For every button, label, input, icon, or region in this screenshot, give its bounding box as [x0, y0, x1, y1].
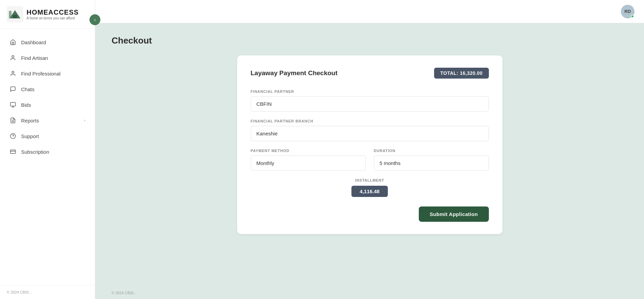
- payment-duration-row: PAYMENT METHOD DURATION: [251, 149, 489, 171]
- card-footer: Submit Application: [251, 206, 489, 222]
- subscription-icon: [10, 148, 16, 155]
- avatar[interactable]: RD: [621, 5, 634, 18]
- financial-partner-branch-input[interactable]: [251, 126, 489, 141]
- sidebar-toggle[interactable]: ‹: [89, 14, 100, 25]
- sidebar-item-reports[interactable]: Reports ›: [0, 113, 95, 128]
- sidebar-item-find-professional[interactable]: Find Professional: [0, 66, 95, 81]
- bids-icon: [10, 101, 16, 108]
- installment-section: INSTALLMENT 4,116.48: [251, 178, 489, 197]
- sidebar-item-find-artisan[interactable]: Find Artisan: [0, 50, 95, 66]
- svg-point-4: [12, 55, 14, 57]
- avatar-initials: RD: [625, 9, 631, 14]
- sidebar-item-find-professional-label: Find Professional: [21, 71, 61, 77]
- person-icon-professional: [10, 70, 16, 77]
- svg-rect-2: [13, 15, 17, 18]
- svg-point-5: [12, 71, 14, 73]
- payment-method-label: PAYMENT METHOD: [251, 149, 366, 153]
- page-footer: © 2024 CBSI...: [95, 287, 644, 299]
- financial-partner-branch-label: FINANCIAL PARTNER BRANCH: [251, 119, 489, 123]
- submit-application-button[interactable]: Submit Application: [419, 206, 489, 222]
- sidebar: HOMEACCESS A home on terms you can affor…: [0, 0, 95, 299]
- sidebar-item-dashboard[interactable]: Dashboard: [0, 34, 95, 50]
- main-area: RD Checkout Layaway Payment Checkout TOT…: [95, 0, 644, 299]
- reports-arrow: ›: [84, 118, 85, 123]
- support-icon: [10, 133, 16, 139]
- svg-rect-3: [9, 11, 12, 18]
- card-title: Layaway Payment Checkout: [251, 69, 338, 77]
- logo-icon: [7, 6, 23, 22]
- svg-rect-6: [11, 102, 16, 106]
- sidebar-item-subscription-label: Subscription: [21, 149, 49, 155]
- checkout-card: Layaway Payment Checkout TOTAL: 16,320.0…: [237, 55, 502, 234]
- financial-partner-group: FINANCIAL PARTNER: [251, 89, 489, 112]
- sidebar-item-reports-label: Reports: [21, 118, 39, 123]
- payment-method-input[interactable]: [251, 155, 366, 171]
- sidebar-item-dashboard-label: Dashboard: [21, 39, 46, 45]
- financial-partner-branch-group: FINANCIAL PARTNER BRANCH: [251, 119, 489, 141]
- sidebar-footer: © 2024 CBSI...: [0, 285, 95, 299]
- topbar: RD: [95, 0, 644, 23]
- person-icon-artisan: [10, 54, 16, 61]
- chat-icon: [10, 86, 16, 93]
- sidebar-item-bids[interactable]: Bids: [0, 97, 95, 113]
- payment-method-group: PAYMENT METHOD: [251, 149, 366, 171]
- avatar-online-dot: [631, 15, 634, 18]
- duration-label: DURATION: [374, 149, 489, 153]
- home-icon: [10, 39, 16, 46]
- brand-title: HOMEACCESS: [27, 9, 79, 16]
- sidebar-item-subscription[interactable]: Subscription: [0, 144, 95, 160]
- financial-partner-input[interactable]: [251, 96, 489, 112]
- duration-input[interactable]: [374, 155, 489, 171]
- page-title: Checkout: [112, 35, 628, 46]
- reports-icon: [10, 117, 16, 124]
- sidebar-item-find-artisan-label: Find Artisan: [21, 55, 48, 61]
- sidebar-item-bids-label: Bids: [21, 102, 31, 108]
- sidebar-item-chats-label: Chats: [21, 86, 34, 92]
- total-badge: TOTAL: 16,320.00: [434, 68, 489, 79]
- installment-value: 4,116.48: [351, 186, 387, 197]
- financial-partner-label: FINANCIAL PARTNER: [251, 89, 489, 94]
- duration-group: DURATION: [374, 149, 489, 171]
- sidebar-item-support-label: Support: [21, 133, 39, 139]
- sidebar-item-support[interactable]: Support: [0, 128, 95, 144]
- sidebar-logo: HOMEACCESS A home on terms you can affor…: [0, 0, 95, 29]
- sidebar-item-chats[interactable]: Chats: [0, 81, 95, 97]
- page-content: Checkout Layaway Payment Checkout TOTAL:…: [95, 23, 644, 287]
- brand-subtitle: A home on terms you can afford: [27, 16, 79, 20]
- svg-rect-13: [11, 150, 16, 154]
- installment-label: INSTALLMENT: [251, 178, 489, 182]
- nav-menu: Dashboard Find Artisan Find Professional…: [0, 29, 95, 285]
- card-header: Layaway Payment Checkout TOTAL: 16,320.0…: [251, 68, 489, 79]
